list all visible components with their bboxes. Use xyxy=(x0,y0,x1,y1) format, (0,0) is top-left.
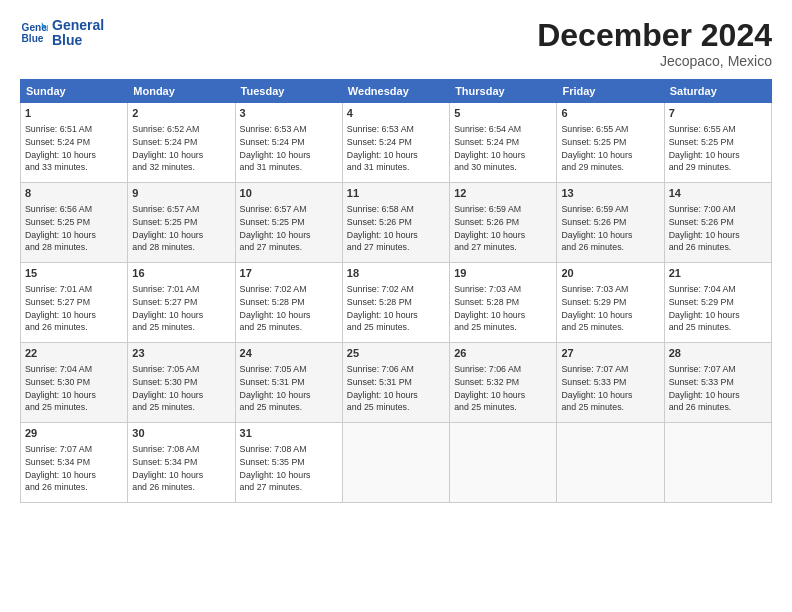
day-info: Sunrise: 6:58 AM Sunset: 5:26 PM Dayligh… xyxy=(347,204,418,252)
day-info: Sunrise: 7:03 AM Sunset: 5:29 PM Dayligh… xyxy=(561,284,632,332)
calendar-week-row: 8Sunrise: 6:56 AM Sunset: 5:25 PM Daylig… xyxy=(21,183,772,263)
day-number: 18 xyxy=(347,266,445,281)
weekday-header-thursday: Thursday xyxy=(450,80,557,103)
calendar-cell: 27Sunrise: 7:07 AM Sunset: 5:33 PM Dayli… xyxy=(557,343,664,423)
day-number: 23 xyxy=(132,346,230,361)
day-info: Sunrise: 7:08 AM Sunset: 5:35 PM Dayligh… xyxy=(240,444,311,492)
day-info: Sunrise: 6:53 AM Sunset: 5:24 PM Dayligh… xyxy=(240,124,311,172)
day-number: 8 xyxy=(25,186,123,201)
calendar-cell: 20Sunrise: 7:03 AM Sunset: 5:29 PM Dayli… xyxy=(557,263,664,343)
day-info: Sunrise: 7:08 AM Sunset: 5:34 PM Dayligh… xyxy=(132,444,203,492)
day-info: Sunrise: 7:06 AM Sunset: 5:31 PM Dayligh… xyxy=(347,364,418,412)
day-info: Sunrise: 6:54 AM Sunset: 5:24 PM Dayligh… xyxy=(454,124,525,172)
day-info: Sunrise: 6:56 AM Sunset: 5:25 PM Dayligh… xyxy=(25,204,96,252)
day-info: Sunrise: 7:06 AM Sunset: 5:32 PM Dayligh… xyxy=(454,364,525,412)
calendar-week-row: 22Sunrise: 7:04 AM Sunset: 5:30 PM Dayli… xyxy=(21,343,772,423)
day-info: Sunrise: 6:55 AM Sunset: 5:25 PM Dayligh… xyxy=(561,124,632,172)
logo: General Blue General Blue xyxy=(20,18,104,49)
day-info: Sunrise: 7:04 AM Sunset: 5:30 PM Dayligh… xyxy=(25,364,96,412)
day-number: 1 xyxy=(25,106,123,121)
calendar-body: 1Sunrise: 6:51 AM Sunset: 5:24 PM Daylig… xyxy=(21,103,772,503)
day-info: Sunrise: 7:05 AM Sunset: 5:31 PM Dayligh… xyxy=(240,364,311,412)
day-number: 13 xyxy=(561,186,659,201)
day-number: 28 xyxy=(669,346,767,361)
day-info: Sunrise: 6:53 AM Sunset: 5:24 PM Dayligh… xyxy=(347,124,418,172)
weekday-header-row: SundayMondayTuesdayWednesdayThursdayFrid… xyxy=(21,80,772,103)
logo-icon: General Blue xyxy=(20,19,48,47)
day-info: Sunrise: 7:03 AM Sunset: 5:28 PM Dayligh… xyxy=(454,284,525,332)
calendar-cell: 1Sunrise: 6:51 AM Sunset: 5:24 PM Daylig… xyxy=(21,103,128,183)
day-number: 12 xyxy=(454,186,552,201)
day-number: 24 xyxy=(240,346,338,361)
calendar-week-row: 29Sunrise: 7:07 AM Sunset: 5:34 PM Dayli… xyxy=(21,423,772,503)
day-number: 5 xyxy=(454,106,552,121)
calendar-cell: 31Sunrise: 7:08 AM Sunset: 5:35 PM Dayli… xyxy=(235,423,342,503)
title-block: December 2024 Jecopaco, Mexico xyxy=(537,18,772,69)
weekday-header-friday: Friday xyxy=(557,80,664,103)
day-info: Sunrise: 6:57 AM Sunset: 5:25 PM Dayligh… xyxy=(132,204,203,252)
day-number: 31 xyxy=(240,426,338,441)
calendar-table: SundayMondayTuesdayWednesdayThursdayFrid… xyxy=(20,79,772,503)
calendar-cell: 13Sunrise: 6:59 AM Sunset: 5:26 PM Dayli… xyxy=(557,183,664,263)
calendar-cell: 21Sunrise: 7:04 AM Sunset: 5:29 PM Dayli… xyxy=(664,263,771,343)
calendar-cell: 22Sunrise: 7:04 AM Sunset: 5:30 PM Dayli… xyxy=(21,343,128,423)
calendar-cell: 24Sunrise: 7:05 AM Sunset: 5:31 PM Dayli… xyxy=(235,343,342,423)
day-number: 20 xyxy=(561,266,659,281)
logo-blue: Blue xyxy=(52,33,104,48)
day-number: 27 xyxy=(561,346,659,361)
day-number: 3 xyxy=(240,106,338,121)
day-info: Sunrise: 6:57 AM Sunset: 5:25 PM Dayligh… xyxy=(240,204,311,252)
calendar-cell xyxy=(664,423,771,503)
calendar-cell: 23Sunrise: 7:05 AM Sunset: 5:30 PM Dayli… xyxy=(128,343,235,423)
day-info: Sunrise: 7:07 AM Sunset: 5:33 PM Dayligh… xyxy=(561,364,632,412)
day-info: Sunrise: 7:01 AM Sunset: 5:27 PM Dayligh… xyxy=(25,284,96,332)
calendar-cell: 14Sunrise: 7:00 AM Sunset: 5:26 PM Dayli… xyxy=(664,183,771,263)
day-number: 11 xyxy=(347,186,445,201)
calendar-cell: 25Sunrise: 7:06 AM Sunset: 5:31 PM Dayli… xyxy=(342,343,449,423)
weekday-header-wednesday: Wednesday xyxy=(342,80,449,103)
day-number: 29 xyxy=(25,426,123,441)
calendar-cell: 7Sunrise: 6:55 AM Sunset: 5:25 PM Daylig… xyxy=(664,103,771,183)
day-number: 15 xyxy=(25,266,123,281)
calendar-cell: 30Sunrise: 7:08 AM Sunset: 5:34 PM Dayli… xyxy=(128,423,235,503)
calendar-cell: 19Sunrise: 7:03 AM Sunset: 5:28 PM Dayli… xyxy=(450,263,557,343)
day-info: Sunrise: 6:52 AM Sunset: 5:24 PM Dayligh… xyxy=(132,124,203,172)
day-number: 21 xyxy=(669,266,767,281)
calendar-cell: 6Sunrise: 6:55 AM Sunset: 5:25 PM Daylig… xyxy=(557,103,664,183)
calendar-cell: 28Sunrise: 7:07 AM Sunset: 5:33 PM Dayli… xyxy=(664,343,771,423)
svg-text:Blue: Blue xyxy=(22,34,44,45)
weekday-header-saturday: Saturday xyxy=(664,80,771,103)
calendar-cell: 29Sunrise: 7:07 AM Sunset: 5:34 PM Dayli… xyxy=(21,423,128,503)
calendar-cell: 11Sunrise: 6:58 AM Sunset: 5:26 PM Dayli… xyxy=(342,183,449,263)
day-number: 17 xyxy=(240,266,338,281)
day-number: 26 xyxy=(454,346,552,361)
day-info: Sunrise: 6:59 AM Sunset: 5:26 PM Dayligh… xyxy=(561,204,632,252)
calendar-cell: 18Sunrise: 7:02 AM Sunset: 5:28 PM Dayli… xyxy=(342,263,449,343)
weekday-header-sunday: Sunday xyxy=(21,80,128,103)
day-info: Sunrise: 7:07 AM Sunset: 5:34 PM Dayligh… xyxy=(25,444,96,492)
day-info: Sunrise: 7:01 AM Sunset: 5:27 PM Dayligh… xyxy=(132,284,203,332)
day-number: 6 xyxy=(561,106,659,121)
calendar-week-row: 1Sunrise: 6:51 AM Sunset: 5:24 PM Daylig… xyxy=(21,103,772,183)
calendar-cell: 5Sunrise: 6:54 AM Sunset: 5:24 PM Daylig… xyxy=(450,103,557,183)
day-number: 9 xyxy=(132,186,230,201)
calendar-cell: 10Sunrise: 6:57 AM Sunset: 5:25 PM Dayli… xyxy=(235,183,342,263)
day-number: 7 xyxy=(669,106,767,121)
calendar-cell: 3Sunrise: 6:53 AM Sunset: 5:24 PM Daylig… xyxy=(235,103,342,183)
location-subtitle: Jecopaco, Mexico xyxy=(537,53,772,69)
calendar-cell: 17Sunrise: 7:02 AM Sunset: 5:28 PM Dayli… xyxy=(235,263,342,343)
day-number: 25 xyxy=(347,346,445,361)
day-info: Sunrise: 7:02 AM Sunset: 5:28 PM Dayligh… xyxy=(347,284,418,332)
calendar-cell xyxy=(450,423,557,503)
calendar-cell: 15Sunrise: 7:01 AM Sunset: 5:27 PM Dayli… xyxy=(21,263,128,343)
day-info: Sunrise: 6:55 AM Sunset: 5:25 PM Dayligh… xyxy=(669,124,740,172)
calendar-header: SundayMondayTuesdayWednesdayThursdayFrid… xyxy=(21,80,772,103)
calendar-week-row: 15Sunrise: 7:01 AM Sunset: 5:27 PM Dayli… xyxy=(21,263,772,343)
day-number: 14 xyxy=(669,186,767,201)
day-info: Sunrise: 7:05 AM Sunset: 5:30 PM Dayligh… xyxy=(132,364,203,412)
weekday-header-tuesday: Tuesday xyxy=(235,80,342,103)
day-info: Sunrise: 7:04 AM Sunset: 5:29 PM Dayligh… xyxy=(669,284,740,332)
day-info: Sunrise: 7:02 AM Sunset: 5:28 PM Dayligh… xyxy=(240,284,311,332)
calendar-cell: 2Sunrise: 6:52 AM Sunset: 5:24 PM Daylig… xyxy=(128,103,235,183)
day-info: Sunrise: 7:00 AM Sunset: 5:26 PM Dayligh… xyxy=(669,204,740,252)
